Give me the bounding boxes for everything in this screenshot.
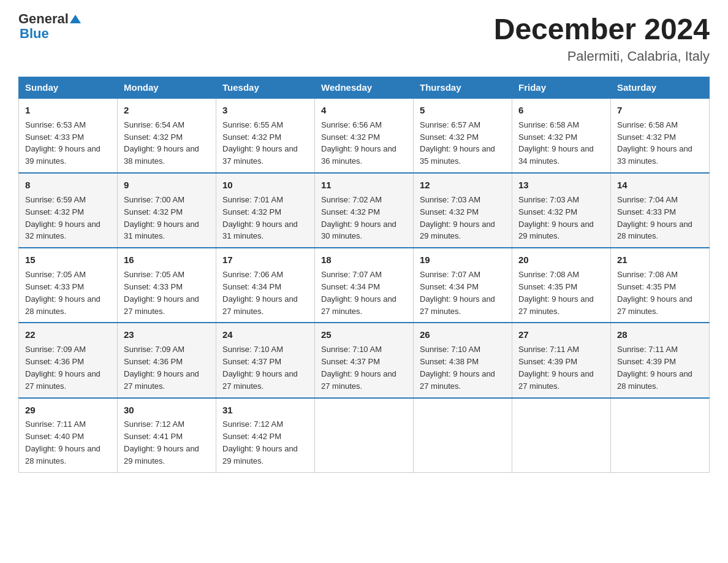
day-cell: 8Sunrise: 6:59 AMSunset: 4:32 PMDaylight… (19, 173, 118, 248)
day-cell: 13Sunrise: 7:03 AMSunset: 4:32 PMDayligh… (512, 173, 611, 248)
day-info: Sunrise: 7:11 AMSunset: 4:40 PMDaylight:… (25, 419, 100, 465)
day-info: Sunrise: 7:04 AMSunset: 4:33 PMDaylight:… (617, 195, 692, 241)
day-info: Sunrise: 7:05 AMSunset: 4:33 PMDaylight:… (124, 270, 199, 316)
header-row: SundayMondayTuesdayWednesdayThursdayFrid… (19, 77, 710, 99)
day-info: Sunrise: 7:03 AMSunset: 4:32 PMDaylight:… (420, 195, 495, 241)
day-number: 17 (222, 253, 308, 267)
day-info: Sunrise: 7:01 AMSunset: 4:32 PMDaylight:… (222, 195, 298, 241)
day-info: Sunrise: 7:07 AMSunset: 4:34 PMDaylight:… (321, 270, 396, 316)
week-row-2: 8Sunrise: 6:59 AMSunset: 4:32 PMDaylight… (19, 173, 710, 248)
day-number: 11 (321, 178, 407, 192)
day-cell (512, 398, 611, 473)
day-info: Sunrise: 7:11 AMSunset: 4:39 PMDaylight:… (617, 345, 692, 391)
day-info: Sunrise: 7:09 AMSunset: 4:36 PMDaylight:… (25, 345, 100, 391)
calendar-body: 1Sunrise: 6:53 AMSunset: 4:33 PMDaylight… (19, 98, 710, 472)
day-cell: 7Sunrise: 6:58 AMSunset: 4:32 PMDaylight… (611, 98, 710, 173)
day-cell (611, 398, 710, 473)
day-info: Sunrise: 6:57 AMSunset: 4:32 PMDaylight:… (420, 120, 495, 166)
day-cell: 29Sunrise: 7:11 AMSunset: 4:40 PMDayligh… (19, 398, 118, 473)
calendar-header: SundayMondayTuesdayWednesdayThursdayFrid… (19, 77, 710, 99)
day-cell (315, 398, 414, 473)
day-number: 27 (518, 328, 604, 342)
day-info: Sunrise: 7:10 AMSunset: 4:37 PMDaylight:… (321, 345, 396, 391)
day-info: Sunrise: 7:12 AMSunset: 4:41 PMDaylight:… (124, 419, 199, 465)
day-info: Sunrise: 7:02 AMSunset: 4:32 PMDaylight:… (321, 195, 396, 241)
day-cell: 20Sunrise: 7:08 AMSunset: 4:35 PMDayligh… (512, 248, 611, 323)
day-number: 3 (222, 104, 308, 117)
day-number: 31 (222, 404, 308, 417)
day-cell: 23Sunrise: 7:09 AMSunset: 4:36 PMDayligh… (118, 323, 216, 397)
day-number: 30 (124, 404, 210, 417)
calendar-table: SundayMondayTuesdayWednesdayThursdayFrid… (18, 77, 710, 473)
week-row-1: 1Sunrise: 6:53 AMSunset: 4:33 PMDaylight… (19, 98, 710, 173)
day-number: 28 (617, 328, 703, 342)
day-cell: 19Sunrise: 7:07 AMSunset: 4:34 PMDayligh… (414, 248, 512, 323)
day-cell: 14Sunrise: 7:04 AMSunset: 4:33 PMDayligh… (611, 173, 710, 248)
day-info: Sunrise: 7:12 AMSunset: 4:42 PMDaylight:… (222, 419, 298, 465)
day-info: Sunrise: 7:08 AMSunset: 4:35 PMDaylight:… (518, 270, 594, 316)
day-number: 6 (518, 104, 604, 117)
day-info: Sunrise: 7:00 AMSunset: 4:32 PMDaylight:… (124, 195, 199, 241)
day-number: 14 (617, 178, 703, 192)
svg-marker-0 (70, 15, 81, 23)
day-cell (414, 398, 512, 473)
day-number: 8 (25, 178, 111, 192)
day-number: 20 (518, 253, 604, 267)
week-row-4: 22Sunrise: 7:09 AMSunset: 4:36 PMDayligh… (19, 323, 710, 397)
week-row-5: 29Sunrise: 7:11 AMSunset: 4:40 PMDayligh… (19, 398, 710, 473)
day-cell: 16Sunrise: 7:05 AMSunset: 4:33 PMDayligh… (118, 248, 216, 323)
day-cell: 21Sunrise: 7:08 AMSunset: 4:35 PMDayligh… (611, 248, 710, 323)
day-number: 1 (25, 104, 111, 117)
header-cell-thursday: Thursday (414, 77, 512, 99)
day-info: Sunrise: 7:10 AMSunset: 4:37 PMDaylight:… (222, 345, 298, 391)
day-cell: 17Sunrise: 7:06 AMSunset: 4:34 PMDayligh… (216, 248, 315, 323)
day-number: 22 (25, 328, 111, 342)
day-cell: 6Sunrise: 6:58 AMSunset: 4:32 PMDaylight… (512, 98, 611, 173)
header-cell-sunday: Sunday (19, 77, 118, 99)
day-info: Sunrise: 6:55 AMSunset: 4:32 PMDaylight:… (222, 120, 298, 166)
day-cell: 30Sunrise: 7:12 AMSunset: 4:41 PMDayligh… (118, 398, 216, 473)
title-block: December 2024 Palermiti, Calabria, Italy (494, 12, 710, 64)
day-cell: 18Sunrise: 7:07 AMSunset: 4:34 PMDayligh… (315, 248, 414, 323)
day-number: 25 (321, 328, 407, 342)
header-cell-monday: Monday (118, 77, 216, 99)
day-cell: 27Sunrise: 7:11 AMSunset: 4:39 PMDayligh… (512, 323, 611, 397)
day-number: 12 (420, 178, 506, 192)
day-number: 23 (124, 328, 210, 342)
day-cell: 2Sunrise: 6:54 AMSunset: 4:32 PMDaylight… (118, 98, 216, 173)
header-cell-saturday: Saturday (611, 77, 710, 99)
day-info: Sunrise: 6:53 AMSunset: 4:33 PMDaylight:… (25, 120, 100, 166)
day-number: 16 (124, 253, 210, 267)
day-cell: 31Sunrise: 7:12 AMSunset: 4:42 PMDayligh… (216, 398, 315, 473)
calendar-subtitle: Palermiti, Calabria, Italy (494, 48, 710, 64)
day-cell: 11Sunrise: 7:02 AMSunset: 4:32 PMDayligh… (315, 173, 414, 248)
day-cell: 28Sunrise: 7:11 AMSunset: 4:39 PMDayligh… (611, 323, 710, 397)
day-number: 13 (518, 178, 604, 192)
day-number: 7 (617, 104, 703, 117)
day-info: Sunrise: 7:07 AMSunset: 4:34 PMDaylight:… (420, 270, 495, 316)
day-info: Sunrise: 7:09 AMSunset: 4:36 PMDaylight:… (124, 345, 199, 391)
day-number: 4 (321, 104, 407, 117)
day-number: 18 (321, 253, 407, 267)
day-info: Sunrise: 6:59 AMSunset: 4:32 PMDaylight:… (25, 195, 100, 241)
day-info: Sunrise: 7:05 AMSunset: 4:33 PMDaylight:… (25, 270, 100, 316)
header-cell-wednesday: Wednesday (315, 77, 414, 99)
day-cell: 9Sunrise: 7:00 AMSunset: 4:32 PMDaylight… (118, 173, 216, 248)
day-info: Sunrise: 7:06 AMSunset: 4:34 PMDaylight:… (222, 270, 298, 316)
day-info: Sunrise: 7:03 AMSunset: 4:32 PMDaylight:… (518, 195, 594, 241)
day-info: Sunrise: 6:56 AMSunset: 4:32 PMDaylight:… (321, 120, 396, 166)
day-info: Sunrise: 7:10 AMSunset: 4:38 PMDaylight:… (420, 345, 495, 391)
day-number: 2 (124, 104, 210, 117)
day-cell: 24Sunrise: 7:10 AMSunset: 4:37 PMDayligh… (216, 323, 315, 397)
day-cell: 26Sunrise: 7:10 AMSunset: 4:38 PMDayligh… (414, 323, 512, 397)
header-cell-tuesday: Tuesday (216, 77, 315, 99)
day-number: 10 (222, 178, 308, 192)
day-cell: 5Sunrise: 6:57 AMSunset: 4:32 PMDaylight… (414, 98, 512, 173)
day-info: Sunrise: 7:11 AMSunset: 4:39 PMDaylight:… (518, 345, 594, 391)
day-info: Sunrise: 7:08 AMSunset: 4:35 PMDaylight:… (617, 270, 692, 316)
calendar-title: December 2024 (494, 12, 710, 46)
day-number: 29 (25, 404, 111, 417)
day-cell: 15Sunrise: 7:05 AMSunset: 4:33 PMDayligh… (19, 248, 118, 323)
day-cell: 3Sunrise: 6:55 AMSunset: 4:32 PMDaylight… (216, 98, 315, 173)
day-cell: 4Sunrise: 6:56 AMSunset: 4:32 PMDaylight… (315, 98, 414, 173)
